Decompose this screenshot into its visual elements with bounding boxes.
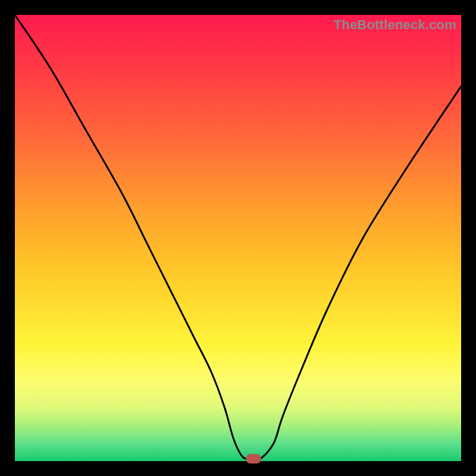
chart-frame: TheBottleneck.com <box>0 0 476 476</box>
chart-plot-area: TheBottleneck.com <box>15 15 461 461</box>
curve-path <box>15 15 461 460</box>
optimal-point-marker <box>246 454 261 464</box>
watermark-text: TheBottleneck.com <box>334 17 456 33</box>
bottleneck-curve <box>15 15 461 461</box>
